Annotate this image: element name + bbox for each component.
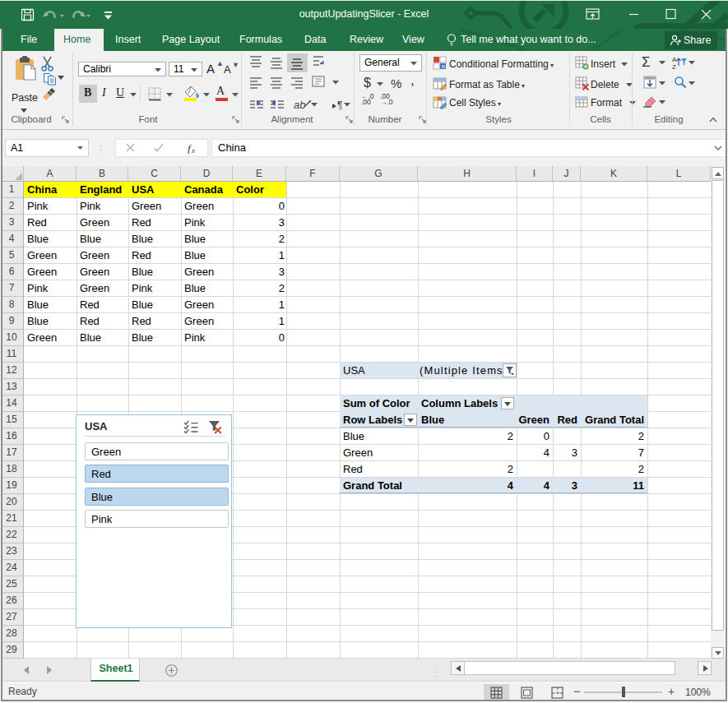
svg-text:Z: Z [672,63,676,70]
svg-text:ab: ab [294,99,305,111]
svg-text:A: A [672,56,677,63]
svg-text:x: x [191,146,195,154]
svg-text:¶: ¶ [337,99,342,111]
